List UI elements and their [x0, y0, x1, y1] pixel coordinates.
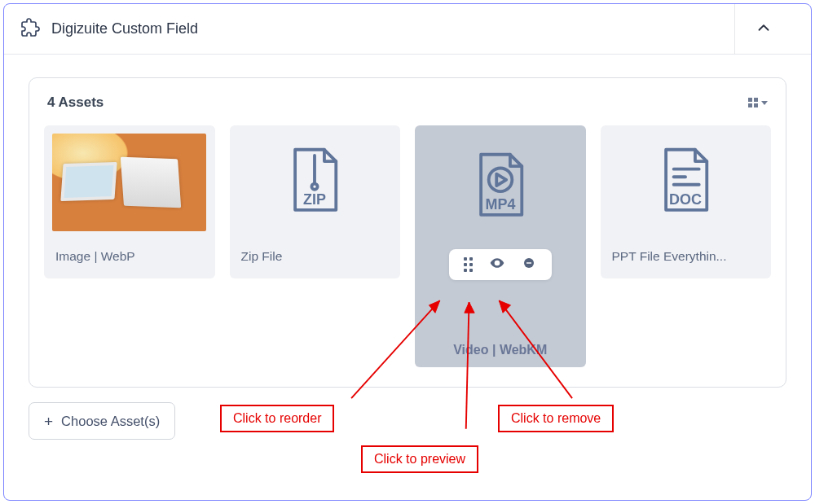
asset-label: Video | WebKM	[415, 343, 586, 357]
annotation-remove: Click to remove	[498, 405, 614, 432]
choose-asset-label: Choose Asset(s)	[61, 414, 160, 429]
file-tag: DOC	[669, 191, 702, 208]
asset-thumb	[44, 125, 215, 239]
asset-label: PPT File Everythin...	[601, 239, 772, 278]
asset-thumb: DOC	[601, 125, 772, 239]
assets-count: 4 Assets	[47, 94, 104, 111]
grid-icon	[748, 98, 758, 107]
svg-marker-3	[496, 174, 506, 186]
asset-row: Image | WebP ZIP	[29, 125, 786, 387]
reorder-handle[interactable]	[464, 257, 473, 272]
asset-action-bar	[449, 249, 552, 280]
collapse-toggle[interactable]	[734, 4, 791, 54]
svg-rect-6	[526, 262, 531, 264]
view-mode-toggle[interactable]	[748, 98, 768, 107]
preview-button[interactable]	[489, 255, 505, 274]
svg-point-1	[312, 184, 318, 190]
asset-card-image[interactable]: Image | WebP	[44, 125, 215, 278]
asset-label: Zip File	[230, 239, 401, 278]
asset-thumb: ZIP	[230, 125, 401, 239]
field-panel: Digizuite Custom Field 4 Assets	[3, 3, 812, 501]
chevron-down-icon	[761, 101, 768, 105]
annotation-reorder: Click to reorder	[220, 405, 334, 432]
eye-icon	[489, 255, 505, 274]
asset-thumb: MP4	[415, 125, 586, 249]
photo-thumbnail	[52, 134, 206, 231]
drag-icon	[464, 257, 473, 272]
header-title: Digizuite Custom Field	[51, 20, 198, 37]
plus-icon: +	[44, 414, 53, 429]
svg-point-2	[488, 169, 512, 192]
doc-file-icon: DOC	[656, 146, 715, 219]
choose-asset-button[interactable]: + Choose Asset(s)	[29, 402, 175, 440]
asset-label: Image | WebP	[44, 239, 215, 278]
annotation-preview: Click to preview	[361, 445, 478, 473]
mp4-file-icon: MP4	[471, 151, 530, 224]
assets-panel: 4 Assets Image	[29, 77, 786, 388]
content-area: 4 Assets Image	[4, 55, 811, 454]
header-bar: Digizuite Custom Field	[4, 4, 811, 55]
panel-head: 4 Assets	[29, 78, 786, 125]
asset-card-zip[interactable]: ZIP Zip File	[230, 125, 401, 278]
asset-card-video[interactable]: MP4	[415, 125, 586, 367]
remove-button[interactable]	[522, 256, 536, 274]
svg-point-4	[496, 261, 499, 264]
header-left: Digizuite Custom Field	[20, 18, 198, 41]
file-tag: MP4	[485, 196, 515, 213]
puzzle-icon	[20, 18, 40, 41]
zip-file-icon: ZIP	[285, 146, 344, 219]
chevron-up-icon	[755, 19, 773, 40]
asset-card-doc[interactable]: DOC PPT File Everythin...	[601, 125, 772, 278]
minus-circle-icon	[522, 256, 536, 274]
file-tag: ZIP	[303, 191, 326, 208]
